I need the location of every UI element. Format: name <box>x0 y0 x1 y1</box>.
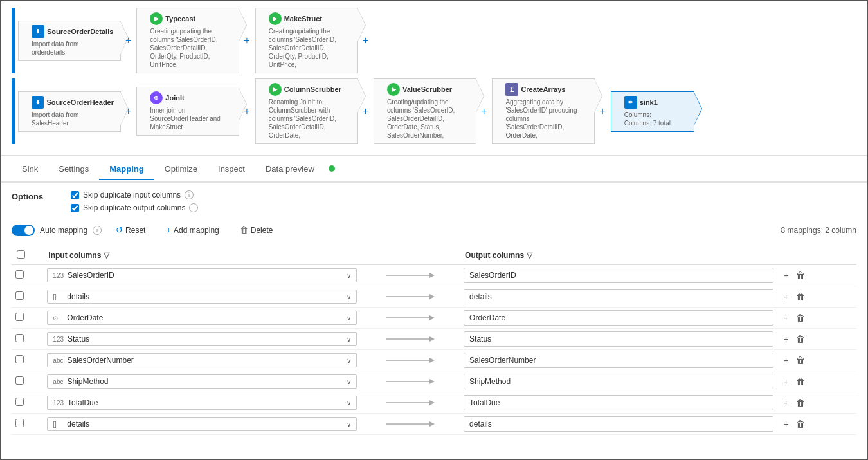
chevron-icon-0[interactable]: ∨ <box>347 272 351 279</box>
row-checkbox-4[interactable] <box>15 355 24 363</box>
add-mapping-button[interactable]: + Add mapping <box>159 223 225 237</box>
type-icon-4: abc <box>53 357 63 364</box>
tab-inspect[interactable]: Inspect <box>208 159 255 180</box>
chevron-icon-7[interactable]: ∨ <box>347 421 351 428</box>
input-field-7[interactable]: [] details ∨ <box>47 417 357 431</box>
delete-row-btn-0[interactable]: 🗑 <box>793 269 808 282</box>
node-make-struct[interactable]: ▶ MakeStruct Creating/updating the colum… <box>255 8 358 73</box>
node-column-scrubber[interactable]: ▶ ColumnScrubber Renaming JoinIt to Colu… <box>255 78 358 144</box>
type-icon-7: [] <box>53 421 63 428</box>
output-filter-icon[interactable]: ▽ <box>527 251 532 260</box>
delete-row-btn-4[interactable]: 🗑 <box>793 354 808 367</box>
output-field-7[interactable] <box>464 416 773 432</box>
input-field-6[interactable]: 123 TotalDue ∨ <box>47 396 357 410</box>
chevron-icon-3[interactable]: ∨ <box>347 336 351 343</box>
row-checkbox-3[interactable] <box>15 334 24 342</box>
input-field-5[interactable]: abc ShipMethod ∨ <box>47 374 357 389</box>
skip-duplicate-input-checkbox[interactable] <box>71 191 79 199</box>
add-row-btn-2[interactable]: + <box>781 311 791 324</box>
add-row-btn-4[interactable]: + <box>781 354 791 367</box>
row-checkbox-6[interactable] <box>15 398 24 406</box>
chevron-icon-5[interactable]: ∨ <box>347 378 351 385</box>
skip-duplicate-output-checkbox[interactable] <box>71 204 79 212</box>
row-checkbox-7[interactable] <box>15 419 24 427</box>
toggle-switch-control[interactable] <box>12 225 35 236</box>
input-filter-icon[interactable]: ▽ <box>104 251 109 260</box>
row-checkbox-2[interactable] <box>15 313 24 321</box>
input-field-1[interactable]: [] details ∨ <box>47 290 357 304</box>
actions-cell-6: + 🗑 <box>777 392 856 414</box>
add-after-source-order-header[interactable]: + <box>120 106 136 117</box>
input-field-0[interactable]: 123 SalesOrderID ∨ <box>47 268 357 282</box>
add-after-value-scrubber[interactable]: + <box>476 106 492 117</box>
table-row: 123 TotalDue ∨ + 🗑 <box>12 392 856 414</box>
node-value-scrubber[interactable]: ▶ ValueScrubber Creating/updating the co… <box>374 78 476 144</box>
delete-row-btn-1[interactable]: 🗑 <box>793 290 808 303</box>
delete-row-btn-5[interactable]: 🗑 <box>793 375 808 388</box>
chevron-icon-4[interactable]: ∨ <box>347 357 351 364</box>
output-field-0[interactable] <box>464 268 773 283</box>
table-row: abc ShipMethod ∨ + 🗑 <box>12 371 856 392</box>
output-field-6[interactable] <box>464 395 773 410</box>
arrow-line-1 <box>365 291 456 302</box>
row-checkbox-1[interactable] <box>15 291 24 300</box>
delete-row-btn-6[interactable]: 🗑 <box>793 396 808 409</box>
input-cell-2: ⊙ OrderDate ∨ <box>43 308 361 329</box>
tab-data-preview[interactable]: Data preview <box>255 159 325 180</box>
node-typecast[interactable]: ▶ Typecast Creating/updating the columns… <box>136 8 239 73</box>
node-create-arrays[interactable]: Σ CreateArrays Aggregating data by 'Sale… <box>492 78 595 144</box>
node-source-order-details[interactable]: ⬇ SourceOrderDetails Import data from or… <box>18 21 121 61</box>
delete-button[interactable]: 🗑 Delete <box>233 223 280 237</box>
input-field-4[interactable]: abc SalesOrderNumber ∨ <box>47 353 357 367</box>
actions-cell-3: + 🗑 <box>777 329 856 350</box>
auto-mapping-info[interactable]: i <box>93 226 102 235</box>
add-row-btn-5[interactable]: + <box>781 375 791 388</box>
node-title-make-struct: ▶ MakeStruct <box>269 12 351 25</box>
output-field-3[interactable] <box>464 331 773 347</box>
skip-duplicate-output-info[interactable]: i <box>189 203 198 212</box>
node-join-it[interactable]: ⊕ JoinIt Inner join on SourceOrderHeader… <box>136 87 239 136</box>
add-row-btn-3[interactable]: + <box>781 333 791 345</box>
add-row-btn-0[interactable]: + <box>781 269 791 282</box>
skip-duplicate-input-info[interactable]: i <box>185 190 194 199</box>
chevron-icon-6[interactable]: ∨ <box>347 400 351 407</box>
add-after-join-it[interactable]: + <box>239 106 255 117</box>
add-row-btn-1[interactable]: + <box>781 290 791 303</box>
tab-optimize[interactable]: Optimize <box>154 159 208 180</box>
add-row-btn-7[interactable]: + <box>781 418 791 430</box>
add-after-create-arrays[interactable]: + <box>594 106 610 117</box>
th-output-columns: Output columns ▽ <box>460 246 777 265</box>
node-desc-typecast: Creating/updating the columns 'SalesOrde… <box>150 27 232 69</box>
output-field-4[interactable] <box>464 353 773 368</box>
output-field-1[interactable] <box>464 289 773 304</box>
pipeline-row-2: ⬇ SourceOrderHeader Import data from Sal… <box>12 78 856 144</box>
row-checkbox-5[interactable] <box>15 376 24 385</box>
node-source-order-header[interactable]: ⬇ SourceOrderHeader Import data from Sal… <box>18 91 121 132</box>
tab-settings[interactable]: Settings <box>48 159 99 180</box>
auto-mapping-toggle[interactable]: Auto mapping i <box>12 225 102 236</box>
delete-row-btn-7[interactable]: 🗑 <box>793 418 808 430</box>
chevron-icon-2[interactable]: ∨ <box>347 315 351 322</box>
mapping-table: Input columns ▽ Output columns ▽ <box>12 246 856 435</box>
add-after-source-order-details[interactable]: + <box>120 35 136 46</box>
add-row-btn-6[interactable]: + <box>781 396 791 409</box>
svg-marker-3 <box>429 294 435 299</box>
add-after-column-scrubber[interactable]: + <box>357 106 374 117</box>
select-all-checkbox[interactable] <box>17 250 25 259</box>
table-row: 123 SalesOrderID ∨ + 🗑 <box>12 265 856 286</box>
add-after-typecast[interactable]: + <box>239 35 255 46</box>
delete-row-btn-2[interactable]: 🗑 <box>793 311 808 324</box>
input-field-3[interactable]: 123 Status ∨ <box>47 332 357 346</box>
tab-mapping[interactable]: Mapping <box>99 159 154 180</box>
reset-button[interactable]: ↺ Reset <box>109 223 152 237</box>
row-checkbox-0[interactable] <box>15 270 24 279</box>
chevron-icon-1[interactable]: ∨ <box>347 293 351 300</box>
output-field-5[interactable] <box>464 374 773 389</box>
input-field-2[interactable]: ⊙ OrderDate ∨ <box>47 311 357 325</box>
arrow-svg-3 <box>384 334 436 344</box>
node-sink1[interactable]: ✏ sink1 Columns: Columns: 7 total <box>611 91 694 132</box>
delete-row-btn-3[interactable]: 🗑 <box>793 333 808 345</box>
output-field-2[interactable] <box>464 310 773 326</box>
tab-sink[interactable]: Sink <box>12 159 48 180</box>
add-after-make-struct[interactable]: + <box>357 35 374 46</box>
